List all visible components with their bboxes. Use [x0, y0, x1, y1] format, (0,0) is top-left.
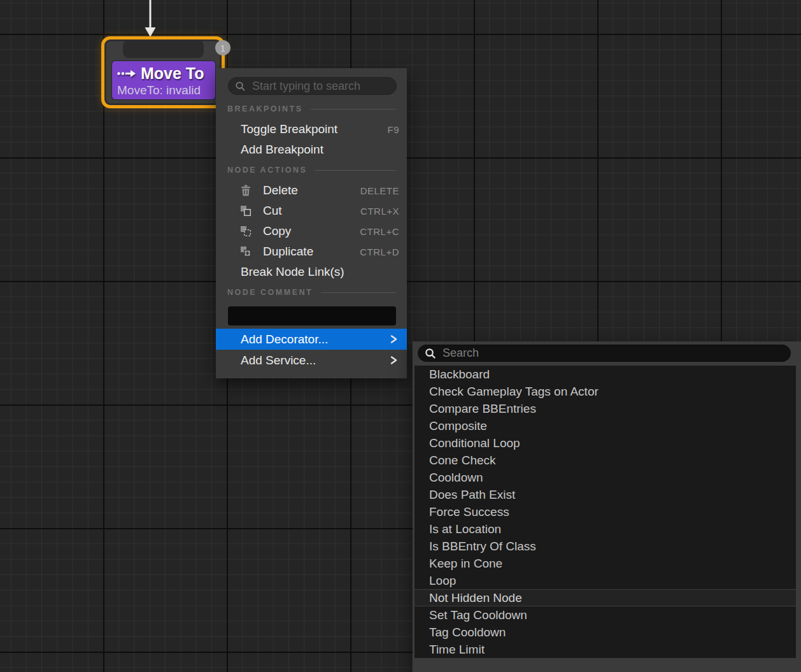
chevron-right-icon	[390, 334, 398, 345]
behavior-tree-graph-canvas[interactable]: 1 Move To MoveTo: invalid	[0, 0, 801, 672]
list-item-compare-bbentries[interactable]: Compare BBEntries	[415, 400, 796, 417]
list-item-loop[interactable]: Loop	[415, 572, 796, 589]
list-item-is-bbentry-of-class[interactable]: Is BBEntry Of Class	[415, 538, 796, 555]
move-to-node[interactable]: 1 Move To MoveTo: invalid	[101, 36, 225, 108]
shortcut-label: CTRL+X	[360, 206, 399, 217]
menu-item-delete[interactable]: DeleteDELETE	[216, 180, 407, 201]
list-item-cone-check[interactable]: Cone Check	[415, 452, 796, 469]
list-item-composite[interactable]: Composite	[415, 417, 796, 434]
duplicate-icon	[240, 246, 252, 257]
node-title: Move To	[141, 64, 204, 83]
node-subtitle: MoveTo: invalid	[112, 83, 215, 97]
list-item-is-at-location[interactable]: Is at Location	[415, 520, 796, 538]
shortcut-label: CTRL+C	[360, 226, 399, 237]
node-header[interactable]: Move To MoveTo: invalid	[112, 61, 215, 99]
section-rule	[315, 170, 396, 171]
submenu-search-input[interactable]	[441, 346, 784, 361]
context-menu-search[interactable]	[228, 77, 397, 95]
cut-icon	[240, 205, 252, 217]
list-item-does-path-exist[interactable]: Does Path Exist	[415, 486, 796, 503]
menu-item-add-breakpoint[interactable]: Add Breakpoint	[216, 139, 407, 160]
context-menu-search-input[interactable]	[251, 79, 390, 94]
section-rule	[321, 292, 396, 293]
section-header-node-comment: NODE COMMENT	[216, 282, 407, 303]
section-header-node-actions: NODE ACTIONS	[216, 160, 407, 180]
context-menu: BREAKPOINTSToggle BreakpointF9Add Breakp…	[216, 68, 407, 378]
search-icon	[425, 348, 436, 359]
menu-item-toggle-breakpoint[interactable]: Toggle BreakpointF9	[216, 119, 407, 139]
execution-index-badge: 1	[215, 40, 230, 55]
submenu-search[interactable]	[418, 345, 791, 362]
trash-icon	[240, 185, 252, 197]
execution-wire-arrow-icon	[144, 0, 157, 37]
list-item-blackboard[interactable]: Blackboard	[415, 366, 796, 383]
list-item-tag-cooldown[interactable]: Tag Cooldown	[415, 624, 796, 641]
move-to-icon	[117, 69, 136, 78]
list-item-conditional-loop[interactable]: Conditional Loop	[415, 434, 796, 452]
node-comment-input[interactable]	[228, 306, 396, 325]
menu-item-add-decorator[interactable]: Add Decorator...	[216, 329, 407, 350]
menu-item-add-service[interactable]: Add Service...	[216, 350, 407, 371]
decorator-submenu: BlackboardCheck Gameplay Tags on ActorCo…	[413, 341, 801, 672]
list-item-check-gameplay-tags-on-actor[interactable]: Check Gameplay Tags on Actor	[415, 383, 796, 400]
list-item-cooldown[interactable]: Cooldown	[415, 469, 796, 486]
shortcut-label: CTRL+D	[360, 247, 399, 257]
node-comment-strip	[123, 40, 204, 58]
list-item-not-hidden-node[interactable]: Not Hidden Node	[415, 589, 796, 606]
copy-icon	[240, 225, 252, 237]
node-comment-row	[216, 303, 407, 326]
decorator-list: BlackboardCheck Gameplay Tags on ActorCo…	[415, 366, 796, 658]
menu-item-cut[interactable]: CutCTRL+X	[216, 201, 407, 221]
list-item-keep-in-cone[interactable]: Keep in Cone	[415, 555, 796, 572]
list-item-time-limit[interactable]: Time Limit	[415, 641, 796, 658]
shortcut-label: DELETE	[360, 185, 399, 196]
search-icon	[235, 81, 246, 92]
list-item-set-tag-cooldown[interactable]: Set Tag Cooldown	[415, 606, 796, 624]
section-rule	[311, 109, 396, 110]
menu-item-break-node-link-s[interactable]: Break Node Link(s)	[216, 262, 407, 282]
list-item-force-success[interactable]: Force Success	[415, 503, 796, 520]
menu-item-copy[interactable]: CopyCTRL+C	[216, 221, 407, 241]
section-header-breakpoints: BREAKPOINTS	[216, 99, 407, 119]
chevron-right-icon	[390, 355, 398, 366]
context-menu-rows: BREAKPOINTSToggle BreakpointF9Add Breakp…	[216, 99, 407, 371]
shortcut-label: F9	[387, 124, 399, 135]
menu-item-duplicate[interactable]: DuplicateCTRL+D	[216, 241, 407, 262]
